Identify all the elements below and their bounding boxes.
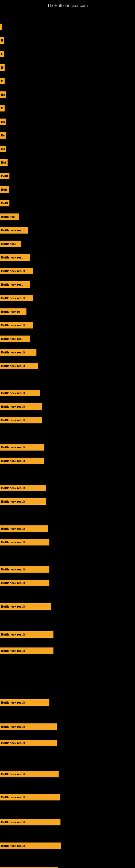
bar-item bbox=[0, 24, 2, 30]
bar-item: B bbox=[0, 78, 5, 84]
bar-item: Bottl bbox=[0, 200, 9, 207]
bar-row: Bottleneck re bbox=[0, 307, 135, 317]
bar-label: Bottleneck result bbox=[1, 351, 25, 354]
bar-item: Bottleneck resu bbox=[0, 254, 30, 261]
bar-label: Bottleneck resu bbox=[1, 256, 24, 259]
bar-row: Bottleneck resu bbox=[0, 334, 135, 344]
bar-label: Bottl bbox=[1, 202, 8, 205]
bar-row: Bottleneck result bbox=[0, 721, 135, 732]
bar-label: Bottleneck result bbox=[1, 581, 25, 585]
bar-item: Bottleneck re bbox=[0, 308, 27, 315]
bar-label: Bottleneck result bbox=[1, 500, 25, 503]
bar-item: Bo bbox=[0, 91, 6, 98]
bar-label: Bottleneck result bbox=[1, 459, 25, 463]
bar-row: Bottlenec bbox=[0, 212, 135, 222]
bar-label: Bot bbox=[1, 161, 6, 164]
bar-label: Bottleneck result bbox=[1, 796, 25, 799]
bar-row: Bottleneck result bbox=[0, 442, 135, 453]
bar-label: Bottleneck result bbox=[1, 392, 25, 395]
bar-label: Bottleneck result bbox=[1, 820, 25, 824]
bar-label: Bott bbox=[1, 188, 7, 191]
bar-row: Bottleneck result bbox=[0, 792, 135, 802]
bar-label: Bottleneck result bbox=[1, 540, 25, 544]
bar-row: Bottleneck result bbox=[0, 817, 135, 827]
bar-label: Bottleneck bbox=[1, 242, 16, 246]
bar-label: Bottleneck result bbox=[1, 725, 25, 728]
bar-item: Bot bbox=[0, 159, 8, 166]
bar-item: Bottleneck result bbox=[0, 771, 58, 777]
bar-label: Bottleneck result bbox=[1, 323, 25, 327]
bar-item: Bottleneck resu bbox=[0, 336, 30, 342]
bar-item: Bo bbox=[0, 119, 6, 125]
bar-row: Bottleneck result bbox=[0, 738, 135, 748]
bar-label: Bo bbox=[1, 93, 5, 96]
bar-row: B bbox=[0, 76, 135, 86]
bar-row: Bo bbox=[0, 144, 135, 154]
bar-label: Bottleneck result bbox=[1, 418, 25, 422]
bar-label: Bottleneck result bbox=[1, 269, 25, 273]
bar-row: Bottleneck result bbox=[0, 456, 135, 466]
site-title: TheBottlenecker.com bbox=[0, 1, 135, 10]
bar-label: Bottleneck result bbox=[1, 773, 25, 776]
bar-item: Bottlenec bbox=[0, 214, 19, 220]
bar-item: Bott bbox=[0, 186, 9, 193]
bar-label: Bottleneck re bbox=[1, 310, 20, 313]
bar-row: Bo bbox=[0, 90, 135, 100]
bar-row: Bottleneck result bbox=[0, 865, 135, 868]
bar-label: Bottleneck result bbox=[1, 486, 25, 490]
bar-label: Bo bbox=[1, 147, 5, 151]
bar-item: Bottleneck result bbox=[0, 444, 44, 451]
bar-item: Bottleneck result bbox=[0, 485, 46, 491]
bar-item: Bottleneck bbox=[0, 241, 21, 247]
bar-label: B bbox=[1, 80, 3, 83]
bar-item: Bottleneck result bbox=[0, 794, 60, 801]
bar-row: Bottleneck result bbox=[0, 415, 135, 425]
bar-label: Bottleneck result bbox=[1, 568, 25, 571]
bar-row: Bottleneck result bbox=[0, 698, 135, 708]
bar-row: Bottl bbox=[0, 171, 135, 181]
bar-item: Bottleneck result bbox=[0, 268, 33, 274]
bar-label: E bbox=[1, 39, 3, 42]
bar-item: Bottleneck result bbox=[0, 295, 33, 301]
bar-row: Bottleneck result bbox=[0, 483, 135, 493]
bar-row: Bottleneck resu bbox=[0, 279, 135, 290]
bar-label: Bottleneck result bbox=[1, 364, 25, 368]
bar-row: Bottleneck result bbox=[0, 769, 135, 779]
bar-row: Bot bbox=[0, 157, 135, 167]
bar-row: Bo bbox=[0, 117, 135, 127]
bar-row: B bbox=[0, 62, 135, 73]
bar-item: Bo bbox=[0, 132, 6, 138]
bar-item: E bbox=[0, 37, 4, 44]
bar-item: Bottleneck result bbox=[0, 525, 48, 532]
bar-label: Bottleneck resu bbox=[1, 283, 24, 286]
bar-item: Bottleneck result bbox=[0, 699, 49, 706]
bar-row: E bbox=[0, 49, 135, 59]
bar-label: B bbox=[1, 66, 3, 69]
bar-item: Bottleneck result bbox=[0, 867, 58, 868]
bar-row: Bottleneck result bbox=[0, 320, 135, 330]
bar-item: Bottleneck result bbox=[0, 819, 60, 826]
bar-item: Bottleneck result bbox=[0, 349, 37, 355]
bar-item: Bottleneck result bbox=[0, 403, 42, 410]
bar-row: Bottleneck result bbox=[0, 564, 135, 575]
bar-row: Bottleneck result bbox=[0, 841, 135, 851]
bar-label: Bottleneck result bbox=[1, 605, 25, 608]
bar-row: Bottl bbox=[0, 198, 135, 208]
bar-item: Bottleneck res bbox=[0, 227, 28, 234]
bar-row: Bottleneck result bbox=[0, 266, 135, 276]
bar-item: Bottleneck result bbox=[0, 631, 53, 638]
bar-row: Bottleneck result bbox=[0, 524, 135, 534]
bar-row: Bo bbox=[0, 130, 135, 141]
bar-label: Bottleneck result bbox=[1, 649, 25, 652]
bar-label: Bo bbox=[1, 120, 5, 123]
bar-item: Bottleneck result bbox=[0, 580, 49, 586]
bar-label: B bbox=[1, 106, 3, 110]
bar-row bbox=[0, 22, 135, 32]
bar-item: Bottleneck result bbox=[0, 842, 61, 849]
bar-row: Bottleneck bbox=[0, 239, 135, 249]
bar-item: Bottleneck result bbox=[0, 322, 33, 329]
bar-label: Bo bbox=[1, 134, 5, 137]
bar-row: Bottleneck result bbox=[0, 496, 135, 507]
bar-item: Bottl bbox=[0, 173, 9, 179]
bar-item: Bottleneck result bbox=[0, 566, 49, 572]
